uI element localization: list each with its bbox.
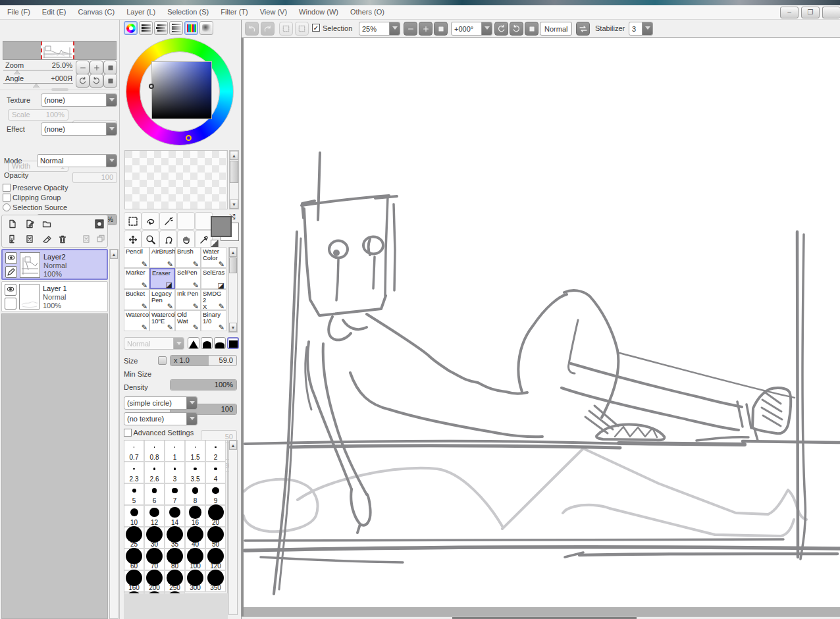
layer-pen-flag-icon[interactable] [5,298,16,310]
new-layer-icon[interactable] [6,217,19,230]
invert-selection-button[interactable] [295,22,309,36]
brush-size-8[interactable]: 8 [185,483,205,505]
brush-size-200[interactable]: 200 [144,570,165,592]
layer-mode-select[interactable]: Normal [37,154,117,167]
zoom-reset-canvas-button[interactable] [434,22,448,36]
brush-edge-flat-icon[interactable] [227,337,239,349]
brush-minsize-slider[interactable]: 100% [170,379,237,390]
brush-size-350[interactable]: 350 [205,570,226,592]
brush-size-25[interactable]: 25 [124,527,144,549]
size-unit-button[interactable] [158,356,167,365]
clear-layer-icon[interactable] [40,232,53,246]
canvas-angle-select[interactable]: +000° [451,22,492,36]
new-folder-icon[interactable] [40,217,53,230]
drawing-canvas[interactable] [242,38,840,607]
magic-wand-tool-icon[interactable] [159,212,177,230]
tool-binary-1-0[interactable]: Binary 1/0✎ [201,310,226,331]
rgb-sliders-mode-icon[interactable] [139,21,153,35]
tool-grid-scrollbar[interactable]: ▲ ▼ [228,247,238,333]
swatches-mode-icon[interactable] [184,21,198,35]
brush-size-2-6[interactable]: 2.6 [144,462,165,483]
brush-size-3-5[interactable]: 3.5 [185,462,205,483]
brush-edge-sharp-icon[interactable] [188,337,199,349]
sv-cursor[interactable] [149,84,154,89]
redo-button[interactable] [261,22,275,36]
texture-select[interactable]: (none) [41,94,117,107]
brush-size-14[interactable]: 14 [165,505,185,527]
navigator-preview[interactable] [3,41,117,60]
menu-item-file[interactable]: File (F) [1,5,36,20]
layer-thumbnail[interactable] [20,252,40,278]
tool-ink-pen[interactable]: Ink Pen✎ [175,289,201,310]
lasso-tool-icon[interactable] [142,212,159,230]
rotate-reset-canvas-button[interactable] [525,22,538,36]
selection-source-radio[interactable]: Selection Source [3,203,67,211]
foreground-color-swatch[interactable] [211,216,232,237]
brush-size-4[interactable]: 4 [205,462,226,483]
layer-list-empty-area[interactable] [1,313,108,619]
flip-view-button[interactable] [576,22,590,36]
brush-size-120[interactable]: 120 [205,549,226,570]
layer-visibility-icon[interactable] [5,252,17,264]
menu-item-selection[interactable]: Selection (S) [161,5,215,20]
clipping-group-checkbox[interactable]: Clipping Group [3,194,61,202]
zoom-tool-icon[interactable] [142,230,159,248]
brush-size-7[interactable]: 7 [165,483,185,505]
canvas-hscrollbar[interactable] [242,616,840,619]
brush-size-50[interactable]: 50 [205,527,226,549]
eyedropper-tool-icon[interactable] [195,230,213,248]
brush-edge-dome-icon[interactable] [214,337,226,349]
tool-brush[interactable]: Brush✎ [175,247,201,268]
tool-smdg-2-x[interactable]: SMDG 2 X✎ [201,289,226,310]
hue-cursor[interactable] [186,135,192,141]
brush-texture-select[interactable]: (no texture) [124,412,197,425]
delete-layer-icon[interactable] [56,232,69,246]
brush-size-30[interactable]: 30 [144,527,165,549]
menu-item-view[interactable]: View (V) [254,5,293,20]
brush-size-250[interactable]: 250 [165,570,185,592]
zoom-in-canvas-button[interactable] [419,22,433,36]
tool-pencil[interactable]: Pencil✎ [124,247,149,268]
scratchpad-scrollbar[interactable]: ▲ ▼ [229,150,239,209]
color-wheel-mode-icon[interactable] [124,21,138,35]
zoom-out-button[interactable] [76,61,90,74]
brush-size-80[interactable]: 80 [165,549,185,570]
merge-down-icon[interactable] [23,232,36,246]
maximize-button[interactable]: ❐ [801,7,820,18]
rotate-cw-button[interactable] [90,74,103,88]
tool-seleras[interactable]: SelEras◪ [201,268,226,289]
tool-old-wat[interactable]: Old Wat✎ [175,310,201,331]
angle-slider-handle[interactable] [33,84,39,88]
transfer-down-icon[interactable] [6,232,19,246]
hsv-sliders-mode-icon[interactable] [154,21,168,35]
zoom-out-canvas-button[interactable] [404,22,417,36]
menu-item-edit[interactable]: Edit (E) [36,5,72,20]
brush-size-12[interactable]: 12 [144,505,165,527]
brush-size-3[interactable]: 3 [165,462,185,483]
brush-size-16[interactable]: 16 [185,505,205,527]
brush-size-1-5[interactable]: 1.5 [185,440,205,462]
tool-selpen[interactable]: SelPen✎ [175,268,201,289]
layer-mask-icon[interactable] [93,217,106,230]
move-tool-icon[interactable] [124,230,142,248]
preserve-opacity-checkbox[interactable]: Preserve Opacity [3,184,68,192]
brush-edge-soft-icon[interactable] [201,337,213,349]
brush-size-160[interactable]: 160 [124,570,144,592]
scratchpad-mode-icon[interactable] [199,21,213,35]
rotate-ccw-button[interactable] [76,74,90,88]
angle-reset-button[interactable] [103,74,117,88]
hand-tool-icon[interactable] [177,230,195,248]
zoom-reset-button[interactable] [103,61,117,74]
view-mode-button[interactable]: Normal [540,22,572,36]
tool-watercol-10-e[interactable]: Watercol 10"E✎ [149,310,175,331]
layer-visibility-icon[interactable] [5,284,16,296]
brush-size-10[interactable]: 10 [124,505,144,527]
brush-size-9[interactable]: 9 [205,483,226,505]
tool-marker[interactable]: Marker✎ [124,268,149,289]
tool-legacy-pen[interactable]: Legacy Pen✎ [149,289,175,310]
rotate-view-tool-icon[interactable] [159,230,177,248]
mixed-sliders-mode-icon[interactable] [169,21,183,35]
minimize-button[interactable]: – [780,7,799,18]
brush-size-0-7[interactable]: 0.7 [124,440,144,462]
menu-item-others[interactable]: Others (O) [344,5,390,20]
